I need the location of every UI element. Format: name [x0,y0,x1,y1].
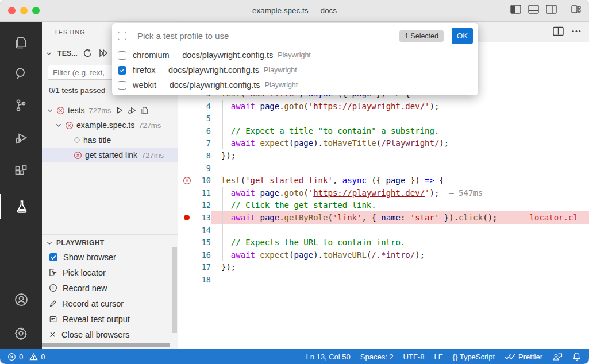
quickpick-input-box: 1 Selected [132,28,446,44]
errors-icon[interactable] [7,353,16,361]
warnings-icon[interactable] [29,353,38,361]
sidebar-horizontal-scrollbar[interactable] [42,343,170,347]
gutter[interactable] [178,215,195,220]
select-all-checkbox[interactable] [118,32,126,40]
code-line-11[interactable]: 11 await page.goto('https://playwright.d… [178,187,589,199]
statusbar-typescript[interactable]: {} TypeScript [453,353,495,361]
statusbar-lf[interactable]: LF [434,353,442,361]
test-tree-row[interactable]: get started link727ms [42,148,178,162]
error-circle-icon [56,106,65,115]
code-line-8[interactable]: 8}); [178,149,589,162]
line-content: await expect(page).toHaveURL(/.*intro/); [221,249,589,261]
playwright-reveal-test-output[interactable]: Reveal test output [42,311,178,327]
playwright-item-label: Record new [63,284,107,293]
code-line-15[interactable]: 15 // Expects the URL to contain intro. [178,236,589,249]
statusbar-spaces-2[interactable]: Spaces: 2 [360,353,394,361]
code-line-7[interactable]: 7 await expect(page).toHaveTitle(/Playwr… [178,137,589,150]
search-icon[interactable] [0,61,42,86]
code-line-10[interactable]: 10test('get started link', async ({ page… [178,174,589,187]
code-line-4[interactable]: 4 await page.goto('https://playwright.de… [178,100,589,113]
toggle-secondary-sidebar-icon[interactable] [546,5,557,14]
option-checkbox[interactable] [118,81,126,90]
statusbar-ln-13-col-50[interactable]: Ln 13, Col 50 [306,353,350,361]
ok-button[interactable]: OK [452,28,473,44]
sidebar-vertical-scrollbar[interactable] [172,247,177,333]
split-editor-icon[interactable] [553,26,564,36]
indent-guide [222,249,223,261]
record-at-cursor-icon [49,300,57,308]
line-number: 4 [195,102,211,111]
chevron-down-icon[interactable] [47,107,53,114]
option-label: webkit — docs/playwright.config.ts [133,80,260,90]
toggle-sidebar-icon[interactable] [510,5,521,14]
code-line-13[interactable]: 13 await page.getByRole('link', { name: … [178,211,589,224]
option-checkbox[interactable] [118,51,126,60]
debug-alt-icon[interactable] [128,106,136,114]
source-control-icon[interactable] [0,92,42,118]
statusbar-prettier[interactable]: Prettier [505,353,542,361]
toggle-panel-icon[interactable] [528,5,539,14]
double-check-icon [505,353,515,360]
title-bar: example.spec.ts — docs [0,0,589,22]
testing-icon[interactable] [0,194,42,219]
playwright-chevron-icon[interactable] [46,239,53,246]
statusbar-bell[interactable] [572,352,581,361]
section-chevron-icon[interactable] [45,50,52,57]
quickpick-input[interactable] [136,30,399,41]
tests-summary: 0/1 tests passed [49,86,105,95]
extensions-icon[interactable] [0,158,42,184]
playwright-close-all-browsers[interactable]: Close all browsers [42,327,178,342]
playwright-panel: PLAYWRIGHT Show browserPick locatorRecor… [42,234,178,342]
warning-count[interactable]: 0 [41,353,45,361]
playwright-pick-locator[interactable]: Pick locator [42,265,178,280]
refresh-tests-icon[interactable] [83,48,93,58]
breakpoint-icon[interactable] [184,215,190,220]
code-line-14[interactable]: 14 [178,224,589,237]
line-content [221,162,589,175]
customize-layout-icon[interactable] [571,5,581,14]
error-circle-icon [183,176,191,185]
test-profile-option[interactable]: firefox — docs/playwright.config.tsPlayw… [112,63,478,78]
option-checkbox[interactable] [118,66,126,75]
statusbar-feedback[interactable] [552,353,563,361]
account-icon[interactable] [0,287,42,312]
gutter[interactable] [178,176,195,185]
indent-guide [222,100,223,113]
option-detail: Playwright [264,66,297,74]
code-line-17[interactable]: 17}); [178,261,589,274]
line-number: 18 [195,275,211,284]
play-icon[interactable] [116,106,124,114]
statusbar-utf-8[interactable]: UTF-8 [403,353,425,361]
chevron-down-icon[interactable] [55,122,62,129]
playwright-record-at-cursor[interactable]: Record at cursor [42,296,178,311]
tests-section-label[interactable]: TES... [57,49,78,57]
checkbox-checked-icon [49,253,58,262]
error-count[interactable]: 0 [19,353,23,361]
test-tree-row[interactable]: has title [42,133,178,148]
code-line-5[interactable]: 5 [178,112,589,125]
run-all-tests-icon[interactable] [98,48,109,58]
line-number: 15 [195,238,211,247]
line-content: }); [221,261,589,274]
test-profile-option[interactable]: webkit — docs/playwright.config.tsPlaywr… [112,78,478,92]
code-line-18[interactable]: 18 [178,273,589,286]
test-profile-option[interactable]: chromium — docs/playwright.config.tsPlay… [112,48,478,63]
editor-more-actions-icon[interactable] [572,30,581,33]
code-line-12[interactable]: 12 // Click the get started link. [178,199,589,212]
line-content: // Expect a title "to contain" a substri… [221,125,589,137]
test-tree-row[interactable]: example.spec.ts727ms [42,118,178,133]
explorer-icon[interactable] [0,30,42,55]
go-to-file-icon[interactable] [140,106,149,115]
code-line-6[interactable]: 6 // Expect a title "to contain" a subst… [178,125,589,137]
line-number: 14 [195,226,211,235]
code-line-16[interactable]: 16 await expect(page).toHaveURL(/.*intro… [178,249,589,261]
line-content: await expect(page).toHaveTitle(/Playwrig… [221,137,589,150]
test-tree-row[interactable]: tests727ms [42,103,178,118]
settings-gear-icon[interactable] [0,320,42,346]
playwright-record-new[interactable]: Record new [42,280,178,296]
playwright-show-browser[interactable]: Show browser [42,249,178,265]
line-content: test('get started link', async ({ page }… [221,174,589,187]
playwright-item-label: Close all browsers [61,330,129,339]
code-line-9[interactable]: 9 [178,162,589,175]
run-debug-icon[interactable] [0,125,42,150]
